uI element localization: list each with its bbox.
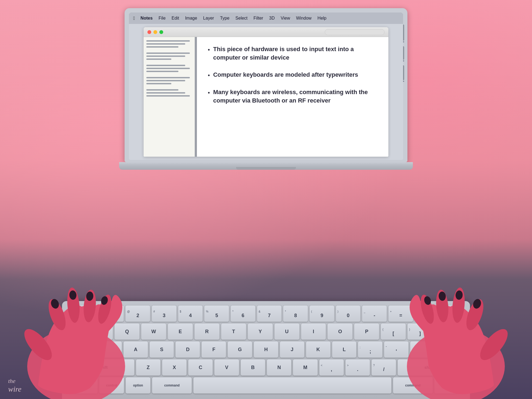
- key-l[interactable]: L: [332, 341, 357, 358]
- key-j[interactable]: J: [280, 341, 304, 358]
- key-0[interactable]: )0: [336, 305, 361, 322]
- window-maximize-button[interactable]: [159, 30, 163, 34]
- note-preview-4: [146, 77, 192, 84]
- key-shift-right[interactable]: shift: [398, 359, 459, 376]
- note-preview-2: [146, 52, 192, 60]
- key-7[interactable]: &7: [257, 305, 282, 322]
- key-i[interactable]: I: [301, 323, 326, 340]
- key-backslash[interactable]: |\: [434, 323, 459, 340]
- key-1[interactable]: !1: [99, 305, 124, 322]
- key-h[interactable]: H: [254, 341, 278, 358]
- key-r[interactable]: R: [194, 323, 219, 340]
- key-3[interactable]: #3: [152, 305, 177, 322]
- menu-3d[interactable]: 3D: [267, 15, 277, 22]
- key-fn[interactable]: fn: [73, 377, 98, 394]
- key-s[interactable]: S: [150, 341, 174, 358]
- keyboard-row-1: ~` !1 @2 #3 $4 %5 ^6 &7 *8 (9 )0 _- += d…: [73, 305, 459, 322]
- key-backtick[interactable]: ~`: [73, 305, 98, 322]
- key-equal[interactable]: +=: [388, 305, 413, 322]
- keyboard-row-2: tab Q W E R T Y U I O P {[ }] |\: [73, 323, 459, 340]
- menu-edit[interactable]: Edit: [169, 15, 182, 22]
- laptop-base: [119, 162, 413, 170]
- key-g[interactable]: G: [228, 341, 252, 358]
- key-capslock[interactable]: caps lock: [73, 341, 122, 358]
- window-search-bar[interactable]: [325, 29, 385, 35]
- menu-bar:  Notes File Edit Image Layer Type Selec…: [129, 13, 403, 24]
- key-space[interactable]: [193, 377, 391, 394]
- key-4[interactable]: $4: [178, 305, 203, 322]
- window-close-button[interactable]: [147, 30, 151, 34]
- bullet-item-1: • This piece of hardware is used to inpu…: [208, 45, 378, 62]
- screen-bezel:  Notes File Edit Image Layer Type Selec…: [129, 13, 403, 160]
- key-command-left[interactable]: command: [152, 377, 192, 394]
- key-y[interactable]: Y: [248, 323, 273, 340]
- bullet-item-3: • Many keyboards are wireless, communica…: [208, 88, 378, 105]
- key-minus[interactable]: _-: [362, 305, 387, 322]
- menu-image[interactable]: Image: [182, 15, 200, 22]
- key-lbracket[interactable]: {[: [381, 323, 406, 340]
- note-line: [146, 89, 178, 91]
- menu-select[interactable]: Select: [233, 15, 250, 22]
- menu-window[interactable]: Window: [293, 15, 314, 22]
- key-e[interactable]: E: [168, 323, 193, 340]
- key-5[interactable]: %5: [204, 305, 229, 322]
- key-slash[interactable]: ?/: [372, 359, 396, 376]
- watermark: the wire: [8, 376, 21, 394]
- key-2[interactable]: @2: [125, 305, 150, 322]
- window-minimize-button[interactable]: [153, 30, 157, 34]
- key-option-right[interactable]: option: [434, 377, 459, 394]
- note-line: [146, 55, 185, 57]
- key-t[interactable]: T: [221, 323, 246, 340]
- key-rbracket[interactable]: }]: [407, 323, 432, 340]
- key-9[interactable]: (9: [310, 305, 334, 322]
- note-line: [146, 40, 190, 42]
- key-command-right[interactable]: command: [393, 377, 433, 394]
- key-c[interactable]: C: [188, 359, 213, 376]
- key-6[interactable]: ^6: [231, 305, 255, 322]
- key-d[interactable]: D: [175, 341, 200, 358]
- keyboard-row-3: caps lock A S D F G H J K L :; "' enterr…: [73, 341, 459, 358]
- key-v[interactable]: V: [214, 359, 239, 376]
- key-m[interactable]: M: [293, 359, 317, 376]
- key-8[interactable]: *8: [283, 305, 308, 322]
- key-n[interactable]: N: [267, 359, 291, 376]
- watermark-name: wire: [8, 385, 21, 393]
- key-x[interactable]: X: [162, 359, 187, 376]
- menu-type[interactable]: Type: [217, 15, 232, 22]
- bullet-item-2: • Computer keyboards are modeled after t…: [208, 71, 378, 80]
- notes-content-area[interactable]: • This piece of hardware is used to inpu…: [197, 37, 388, 157]
- key-u[interactable]: U: [274, 323, 299, 340]
- key-control[interactable]: control: [99, 377, 124, 394]
- bullet-text-1: This piece of hardware is used to input …: [213, 45, 378, 62]
- note-line: [146, 71, 178, 72]
- keyboard-row-4: shift Z X C V B N M <, >. ?/ shift: [73, 359, 459, 376]
- menu-file[interactable]: File: [156, 15, 168, 22]
- key-w[interactable]: W: [141, 323, 166, 340]
- menu-notes[interactable]: Notes: [138, 15, 155, 22]
- keyboard-area: ~` !1 @2 #3 $4 %5 ^6 &7 *8 (9 )0 _- += d…: [62, 301, 470, 399]
- note-line: [146, 80, 185, 81]
- key-enter[interactable]: enterreturn: [410, 341, 459, 358]
- menu-filter[interactable]: Filter: [251, 15, 266, 22]
- key-delete[interactable]: delete: [415, 305, 459, 322]
- note-line: [146, 46, 178, 48]
- key-p[interactable]: P: [354, 323, 379, 340]
- key-semicolon[interactable]: :;: [358, 341, 382, 358]
- key-tab[interactable]: tab: [73, 323, 113, 340]
- key-quote[interactable]: "': [384, 341, 409, 358]
- key-k[interactable]: K: [306, 341, 330, 358]
- key-period[interactable]: >.: [345, 359, 370, 376]
- key-o[interactable]: O: [327, 323, 352, 340]
- key-z[interactable]: Z: [136, 359, 160, 376]
- key-a[interactable]: A: [123, 341, 148, 358]
- key-b[interactable]: B: [241, 359, 265, 376]
- menu-view[interactable]: View: [278, 15, 293, 22]
- key-option-left[interactable]: option: [126, 377, 150, 394]
- key-shift-left[interactable]: shift: [73, 359, 134, 376]
- menu-help[interactable]: Help: [315, 15, 329, 22]
- key-comma[interactable]: <,: [319, 359, 344, 376]
- key-q[interactable]: Q: [115, 323, 140, 340]
- note-preview-3: [146, 65, 192, 72]
- menu-layer[interactable]: Layer: [200, 15, 217, 22]
- key-f[interactable]: F: [202, 341, 226, 358]
